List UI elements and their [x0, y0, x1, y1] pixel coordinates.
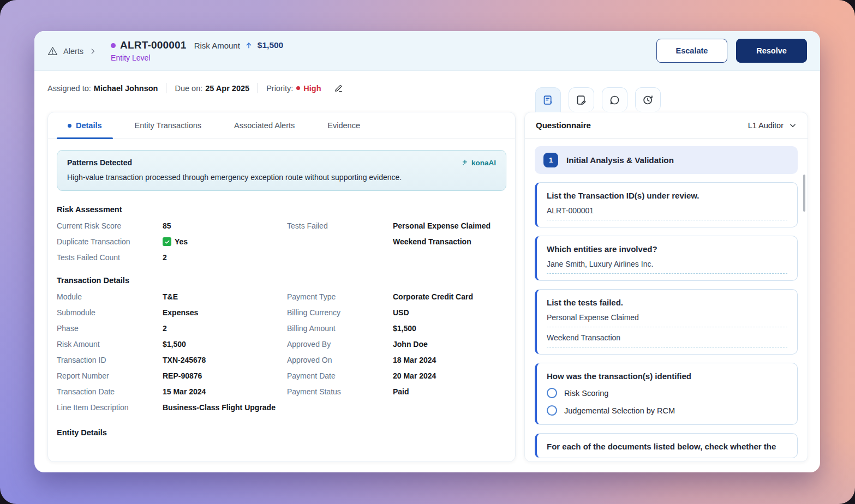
question-text: How was the transaction(s) identified	[547, 371, 787, 381]
field-label: Transaction Date	[57, 387, 163, 396]
field-label: Risk Amount	[57, 340, 163, 349]
question-text: Which entities are involved?	[547, 244, 787, 254]
questionnaire-icon: ?	[542, 94, 554, 106]
duplicate-transaction-value: Yes	[163, 237, 287, 246]
due-on: Due on:25 Apr 2025	[175, 84, 249, 93]
patterns-title: Patterns Detected	[67, 158, 132, 167]
svg-text:?: ?	[549, 100, 552, 105]
detail-tabs: Details Entity Transactions Associated A…	[48, 112, 515, 139]
field-value: Expenses	[163, 308, 287, 317]
questionnaire-body: 1 Initial Analysis & Validation List the…	[525, 139, 808, 462]
alert-triangle-icon	[47, 46, 58, 56]
tab-history[interactable]	[635, 87, 661, 112]
question-card-1: List the Transaction ID(s) under review.…	[535, 182, 798, 227]
alert-status-dot	[111, 43, 116, 48]
pencil-icon	[334, 83, 344, 93]
page-header: Alerts ALRT-000001 Risk Amount $1,500	[34, 31, 820, 71]
konaai-brand: konaAI	[461, 159, 496, 167]
field-value: Paid	[393, 387, 506, 396]
field-value: $1,500	[393, 324, 506, 333]
section-title: Initial Analysis & Validation	[566, 155, 674, 165]
radio-option-judgemental[interactable]: Judgemental Selection by RCM	[547, 405, 787, 416]
questionnaire-title: Questionnaire	[536, 121, 591, 130]
field-value: Personal Expense Claimed	[393, 221, 506, 230]
field-label: Phase	[57, 324, 163, 333]
note-edit-icon	[576, 94, 587, 106]
field-label: Tests Failed	[287, 221, 393, 230]
risk-amount-value: $1,500	[258, 40, 283, 50]
field-label: Duplicate Transaction	[57, 237, 163, 246]
field-label: Approved On	[287, 356, 393, 364]
field-value: 85	[163, 221, 287, 230]
field-value: John Doe	[393, 340, 506, 349]
field-value: 15 Mar 2024	[163, 387, 287, 396]
tab-entity-transactions[interactable]: Entity Transactions	[118, 112, 218, 139]
answer-field[interactable]: Weekend Transaction	[547, 333, 787, 347]
question-card-5: For each of the documents listed below, …	[535, 433, 798, 458]
chevron-right-icon	[89, 47, 97, 55]
question-card-4: How was the transaction(s) identified Ri…	[535, 363, 798, 425]
desktop-background: Alerts ALRT-000001 Risk Amount $1,500	[0, 0, 855, 504]
radio-option-risk-scoring[interactable]: Risk Scoring	[547, 388, 787, 398]
transaction-details-grid: Module T&E Payment Type Corporate Credit…	[57, 292, 506, 412]
green-check-icon	[163, 237, 171, 246]
scrollbar-thumb[interactable]	[803, 175, 805, 212]
field-label: Module	[57, 292, 163, 301]
tab-details[interactable]: Details	[51, 112, 118, 139]
field-label: Approved By	[287, 340, 393, 349]
field-value: 2	[163, 253, 287, 262]
breadcrumb: Alerts ALRT-000001 Risk Amount $1,500	[47, 39, 283, 62]
field-label: Payment Date	[287, 371, 393, 380]
tab-associated-alerts[interactable]: Associated Alerts	[218, 112, 311, 139]
answer-field[interactable]: ALRT-000001	[547, 206, 787, 220]
tab-comments[interactable]	[602, 87, 627, 112]
active-tab-dot	[68, 124, 71, 128]
risk-amount-label: Risk Amount	[194, 41, 240, 50]
tab-notes[interactable]	[569, 87, 594, 112]
questionnaire-header: Questionnaire L1 Auditor	[525, 112, 808, 139]
breadcrumb-alerts-link[interactable]: Alerts	[63, 47, 83, 56]
field-value: 2	[163, 324, 287, 333]
questionnaire-panel: Questionnaire L1 Auditor 1 Initial Analy…	[524, 112, 808, 462]
assigned-to: Assigned to:Michael Johnson	[47, 84, 158, 93]
field-value: $1,500	[163, 340, 287, 349]
question-card-3: List the tests failed. Personal Expense …	[535, 289, 798, 355]
field-label: Submodule	[57, 308, 163, 317]
tab-questionnaire[interactable]: ?	[535, 87, 561, 112]
escalate-button[interactable]: Escalate	[656, 39, 727, 63]
field-value: REP-90876	[163, 371, 287, 380]
priority-dot	[296, 86, 300, 90]
resolve-button[interactable]: Resolve	[736, 39, 807, 63]
alert-details-panel: Details Entity Transactions Associated A…	[47, 112, 516, 462]
role-dropdown[interactable]: L1 Auditor	[748, 121, 797, 130]
entity-details-title: Entity Details	[57, 428, 506, 437]
comment-bubble-icon	[609, 94, 620, 106]
field-value: TXN-245678	[163, 356, 287, 364]
question-text: List the Transaction ID(s) under review.	[547, 191, 787, 200]
field-label: Payment Type	[287, 292, 393, 301]
field-label: Billing Currency	[287, 308, 393, 317]
alert-detail-window: Alerts ALRT-000001 Risk Amount $1,500	[34, 31, 820, 472]
answer-field[interactable]: Personal Expense Claimed	[547, 313, 787, 327]
transaction-details-title: Transaction Details	[57, 276, 506, 285]
section-number-badge: 1	[543, 153, 558, 167]
priority: Priority: High	[266, 84, 321, 93]
field-label: Payment Status	[287, 387, 393, 396]
field-value: USD	[393, 308, 506, 317]
risk-up-arrow-icon	[244, 41, 253, 50]
field-label: Tests Failed Count	[57, 253, 163, 262]
alert-meta-row: Assigned to:Michael Johnson Due on:25 Ap…	[34, 71, 820, 93]
radio-icon[interactable]	[547, 405, 557, 416]
radio-icon[interactable]	[547, 388, 557, 398]
patterns-detected-card: Patterns Detected konaAI High-value tran…	[57, 150, 506, 191]
answer-field[interactable]: Jane Smith, Luxury Airlines Inc.	[547, 260, 787, 274]
field-value: Business-Class Flight Upgrade	[163, 403, 287, 412]
edit-meta-button[interactable]	[334, 83, 344, 93]
entity-level-label: Entity Level	[111, 53, 283, 62]
risk-assessment-title: Risk Assessment	[57, 205, 506, 214]
field-label: Current Risk Score	[57, 221, 163, 230]
field-label: Transaction ID	[57, 356, 163, 364]
priority-value: High	[303, 84, 321, 93]
tab-evidence[interactable]: Evidence	[311, 112, 376, 139]
sparkle-plus-icon	[461, 159, 469, 166]
